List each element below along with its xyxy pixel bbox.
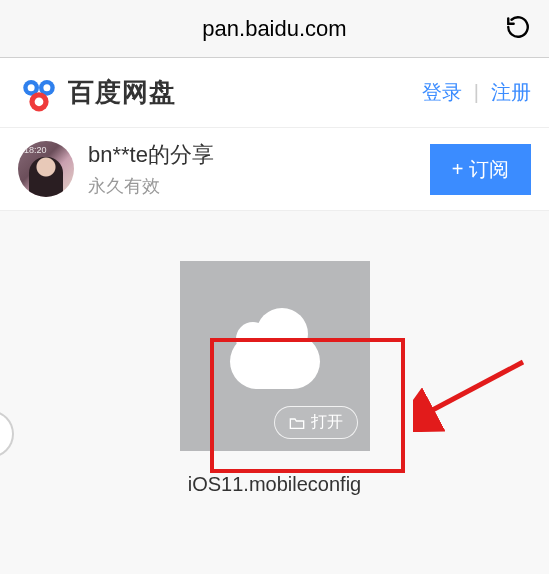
content-area: 打开 iOS11.mobileconfig [0,211,549,496]
separator: | [474,81,479,104]
folder-icon [289,416,305,430]
brand-logo[interactable]: 百度网盘 [18,72,176,114]
svg-point-5 [35,97,44,106]
url-text: pan.baidu.com [202,16,346,42]
cloud-icon [230,334,320,389]
register-link[interactable]: 注册 [491,79,531,106]
login-link[interactable]: 登录 [422,79,462,106]
share-title: bn**te的分享 [88,140,214,170]
header-actions: 登录 | 注册 [422,79,531,106]
share-validity: 永久有效 [88,174,214,198]
file-thumbnail[interactable]: 打开 [180,261,370,451]
file-name: iOS11.mobileconfig [188,473,361,496]
refresh-icon[interactable] [505,14,531,44]
app-header: 百度网盘 登录 | 注册 [0,58,549,128]
baidu-pan-logo-icon [18,72,60,114]
share-info: bn**te的分享 永久有效 [88,140,214,198]
open-button[interactable]: 打开 [274,406,358,439]
svg-point-1 [28,84,35,91]
share-info-row: bn**te的分享 永久有效 + 订阅 [0,128,549,211]
svg-point-3 [43,84,50,91]
open-label: 打开 [311,412,343,433]
avatar[interactable] [18,141,74,197]
browser-address-bar: pan.baidu.com [0,0,549,58]
subscribe-button[interactable]: + 订阅 [430,144,531,195]
brand-name: 百度网盘 [68,75,176,110]
